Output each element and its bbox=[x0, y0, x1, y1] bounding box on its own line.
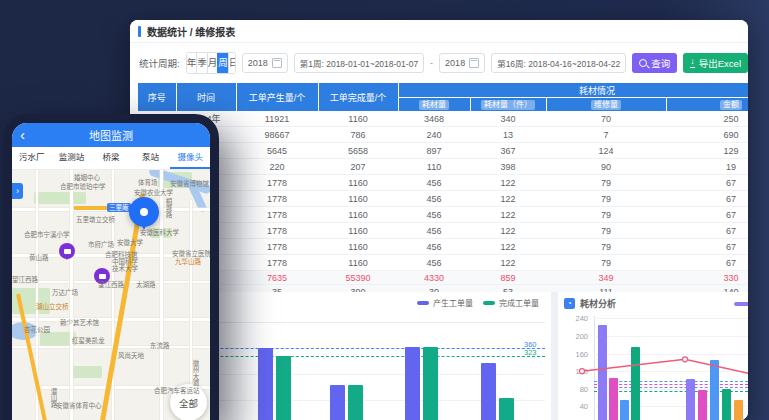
period-segmented-control: 年季月周日 bbox=[186, 52, 236, 74]
table-row: 7177811604561227967 bbox=[138, 207, 748, 223]
back-button[interactable]: ‹ bbox=[20, 124, 25, 146]
week-end-input[interactable]: 第16周: 2018-04-16~2018-04-22 bbox=[491, 53, 626, 73]
table-row: 356455658897367124129 bbox=[138, 143, 748, 159]
filter-bar: 统计周期: 年季月周日 2018 第1周: 2018-01-01~2018-01… bbox=[139, 43, 748, 82]
map-label: 东流路 bbox=[150, 342, 170, 349]
map-label: 安徽医科大学 bbox=[140, 229, 179, 236]
bar-产生工单量 bbox=[330, 385, 345, 420]
gridline bbox=[594, 336, 748, 337]
map-area-chip: 三里庵 bbox=[107, 203, 131, 212]
bar bbox=[609, 378, 618, 420]
col-header-index: 序号 bbox=[138, 83, 176, 111]
group-header-consumables: 耗材情况 bbox=[398, 83, 748, 98]
period-option[interactable]: 月 bbox=[207, 53, 218, 73]
period-option[interactable]: 年 bbox=[187, 53, 197, 73]
table-row: 298667786240137690 bbox=[138, 127, 748, 143]
y-tick-label: 200 bbox=[564, 332, 588, 341]
app-title: 地图监测 bbox=[89, 127, 133, 143]
map-label: 万达广场 bbox=[52, 289, 78, 296]
map[interactable]: 三里庵 › 全部 婚姻中心合肥市琥珀中学体育场安徽农业大学安徽省博物馆桐城路五里… bbox=[12, 170, 210, 420]
legend-item[interactable]: 完成工单量 bbox=[483, 297, 539, 308]
panel-expander-button[interactable]: › bbox=[12, 183, 23, 199]
bar bbox=[710, 360, 719, 420]
tab-摄像头[interactable]: 摄像头 bbox=[170, 147, 210, 169]
bar-完成工单量 bbox=[348, 385, 363, 420]
bar bbox=[686, 379, 695, 420]
map-label: 桐城路 bbox=[165, 198, 172, 218]
y-tick-label: 40 bbox=[564, 402, 588, 411]
week-start-input[interactable]: 第1周: 2018-01-01~2018-01-07 bbox=[294, 53, 424, 73]
chart-header: ◔ 耗材分析 bbox=[564, 297, 616, 310]
bar bbox=[631, 347, 640, 420]
map-label: 九华山路 bbox=[175, 258, 201, 265]
phone-mockup: ‹ 地图监测 污水厂监测站桥梁泵站摄像头 bbox=[3, 114, 219, 420]
legend-pill-clipped[interactable] bbox=[734, 302, 748, 306]
map-road bbox=[160, 170, 163, 420]
map-label: 望江西路 bbox=[12, 276, 38, 283]
bar bbox=[722, 389, 731, 420]
bar-产生工单量 bbox=[405, 347, 420, 420]
tab-桥梁[interactable]: 桥梁 bbox=[91, 147, 131, 169]
map-label: 市府广场 bbox=[88, 241, 114, 248]
search-icon bbox=[639, 59, 647, 67]
consumables-chart: ◔ 耗材分析 2402001601208040 bbox=[558, 292, 748, 420]
download-icon: ↓ bbox=[690, 57, 695, 68]
map-label: 望江西路 bbox=[98, 281, 124, 288]
y-tick-label: 160 bbox=[564, 350, 588, 359]
period-option[interactable]: 日 bbox=[228, 53, 236, 73]
bar-完成工单量 bbox=[276, 356, 291, 420]
range-separator: - bbox=[430, 58, 433, 68]
tab-bar: 污水厂监测站桥梁泵站摄像头 bbox=[12, 147, 210, 170]
map-road bbox=[12, 346, 210, 348]
table-row: 8177811604561227967 bbox=[138, 223, 748, 239]
map-label: 徽州大道 bbox=[192, 360, 199, 386]
camera-pin[interactable] bbox=[59, 243, 75, 259]
map-highway bbox=[74, 206, 108, 210]
breadcrumb: 数据统计 / 维修报表 bbox=[147, 24, 235, 39]
table-row: 5177811604561227967 bbox=[138, 175, 748, 191]
table-row: 9177811604561227967 bbox=[138, 239, 748, 255]
tab-泵站[interactable]: 泵站 bbox=[131, 147, 171, 169]
y-tick-label: 80 bbox=[564, 385, 588, 394]
map-label: 安徽省体育中心 bbox=[56, 402, 102, 409]
year-end-select[interactable]: 2018 bbox=[439, 53, 485, 73]
tab-污水厂[interactable]: 污水厂 bbox=[12, 147, 52, 169]
selected-location-pin[interactable] bbox=[129, 197, 159, 227]
y-tick-label: 120 bbox=[564, 367, 588, 376]
sub-header: 金额 bbox=[666, 98, 748, 112]
legend-item[interactable]: 产生工单量 bbox=[417, 297, 473, 308]
reference-label: 323 bbox=[524, 348, 537, 357]
map-park bbox=[72, 366, 102, 378]
map-label: 合肥科技馆 bbox=[105, 251, 138, 258]
period-option[interactable]: 季 bbox=[196, 53, 207, 73]
map-label: 五里墩立交桥 bbox=[76, 216, 115, 223]
sub-header: 耗材量 bbox=[398, 98, 470, 112]
col-header-time: 时间 bbox=[176, 83, 236, 111]
search-button[interactable]: 查询 bbox=[632, 53, 677, 73]
map-label: 体育场 bbox=[138, 179, 158, 186]
bar bbox=[698, 390, 707, 420]
table-row: 6177811604561227967 bbox=[138, 191, 748, 207]
map-park bbox=[34, 192, 86, 204]
period-option[interactable]: 周 bbox=[217, 53, 228, 73]
map-label: 风尚天地 bbox=[118, 352, 144, 359]
map-label: 安徽大学 bbox=[117, 239, 143, 246]
map-label: 合肥汽车客运站 bbox=[154, 387, 200, 394]
table-row: 10177811604561227967 bbox=[138, 255, 748, 271]
map-label: 黄山路 bbox=[29, 254, 49, 261]
bar bbox=[620, 400, 629, 420]
y-tick-label: 240 bbox=[564, 314, 588, 323]
period-label: 统计周期: bbox=[139, 56, 180, 70]
map-label: 中国科学技术大学 bbox=[112, 258, 142, 272]
dashboard-card: 数据统计 / 维修报表 统计周期: 年季月周日 2018 第1周: 2018-0… bbox=[130, 20, 748, 420]
export-excel-button[interactable]: ↓ 导出Excel bbox=[683, 53, 748, 73]
bar-产生工单量 bbox=[258, 348, 273, 420]
year-start-select[interactable]: 2018 bbox=[242, 53, 288, 73]
map-label: 湖山立交桥 bbox=[36, 303, 69, 310]
map-label: 红星美凯龙 bbox=[72, 337, 105, 344]
pie-chart-icon: ◔ bbox=[564, 298, 575, 309]
map-label: 赖少其艺术馆 bbox=[60, 319, 99, 326]
tab-监测站[interactable]: 监测站 bbox=[52, 147, 92, 169]
calendar-icon bbox=[272, 58, 282, 68]
bar-完成工单量 bbox=[423, 347, 438, 420]
